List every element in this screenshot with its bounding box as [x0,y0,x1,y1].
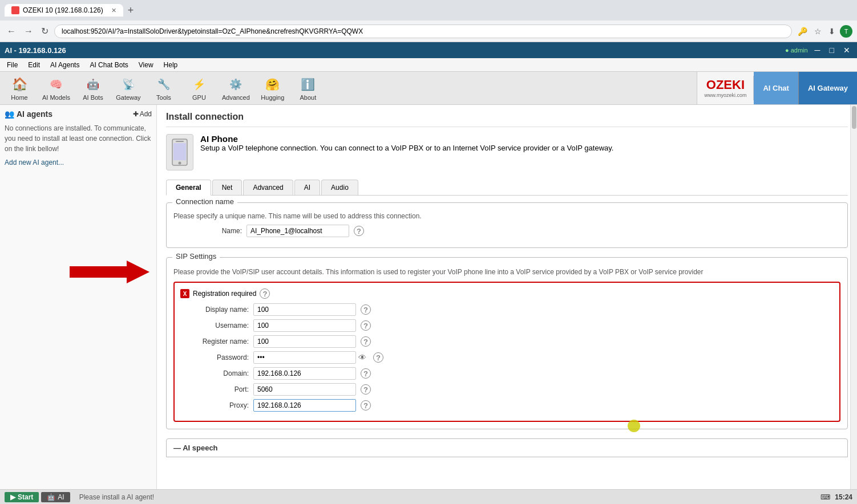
phone-details: AI Phone Setup a VoIP telephone connecti… [200,134,613,152]
toolbar-home-label: Home [11,94,27,101]
add-ai-agent-link[interactable]: Add new AI agent... [5,158,152,166]
toolbar-gateway-button[interactable]: 📡 Gateway [111,73,145,103]
ai-status-button[interactable]: 🤖 AI [41,492,70,502]
profile-button[interactable]: T [840,25,852,38]
name-help-icon[interactable]: ? [354,226,364,236]
register-name-label: Register name: [180,338,249,346]
scrollbar[interactable] [850,105,857,489]
status-bar: ▶ Start 🤖 AI Please install a AI agent! … [0,489,857,504]
domain-label: Domain: [180,369,249,377]
close-button[interactable]: ✕ [841,46,852,55]
toolbar-gateway-label: Gateway [116,94,140,101]
toolbar-ai-models-button[interactable]: 🧠 AI Models [38,73,75,103]
keyboard-icon: ⌨ [820,493,830,501]
port-help-icon[interactable]: ? [361,384,371,395]
display-name-row: Display name: ? [180,303,834,316]
password-input[interactable] [253,351,356,364]
name-input[interactable] [246,225,349,237]
ai-chat-button[interactable]: AI Chat [754,72,799,104]
toolbar-tools-button[interactable]: 🔧 Tools [147,73,181,103]
proxy-help-icon[interactable]: ? [361,400,371,410]
minimize-button[interactable]: ─ [812,46,823,55]
app-title: AI - 192.168.0.126 [5,46,66,55]
hugging-icon: 🤗 [264,75,282,94]
tab-audio[interactable]: Audio [321,180,358,195]
domain-input[interactable] [253,367,356,380]
toolbar-about-button[interactable]: ℹ️ About [291,73,325,103]
bookmark-button[interactable]: ☆ [812,25,824,38]
toolbar-advanced-button[interactable]: ⚙️ Advanced [217,73,254,103]
domain-help-icon[interactable]: ? [361,368,371,379]
eye-icon[interactable]: 👁 [358,353,366,362]
ai-speech-section: — AI speech [166,438,848,457]
username-help-icon[interactable]: ? [361,320,371,331]
tab-advanced[interactable]: Advanced [243,180,293,195]
port-input[interactable] [253,383,356,396]
registration-checkbox[interactable]: X [180,289,189,298]
ozeki-logo-area: OZEKI www.myozeki.com [697,76,754,100]
ai-icon: 🤖 [47,493,55,501]
password-help-icon[interactable]: ? [373,352,383,363]
menu-edit[interactable]: Edit [23,60,45,70]
maximize-button[interactable]: □ [827,46,836,55]
menu-file[interactable]: File [2,60,22,70]
toolbar-advanced-label: Advanced [222,94,250,101]
register-name-row: Register name: ? [180,335,834,348]
tab-ai[interactable]: AI [294,180,320,195]
toolbar-about-label: About [300,94,316,101]
register-name-input[interactable] [253,335,356,348]
extensions-button[interactable]: 🔑 [795,25,810,38]
download-button[interactable]: ⬇ [826,25,838,38]
name-row: Name: ? [173,225,840,237]
red-arrow-icon [70,258,149,286]
new-tab-button[interactable]: + [128,5,134,17]
phone-icon [166,134,193,170]
sip-box: X Registration required ? Display name: … [173,282,840,422]
registration-label: Registration required [193,290,256,298]
tab-close-icon[interactable]: ✕ [111,7,116,14]
tab-favicon [11,6,19,14]
status-text: Please install a AI agent! [79,493,154,501]
back-button[interactable]: ← [5,25,18,38]
username-label: Username: [180,322,249,330]
add-icon: ✚ [133,110,139,118]
sidebar-empty-text: No connections are installed. To communi… [5,123,152,154]
password-label: Password: [180,353,249,361]
proxy-input[interactable] [253,399,356,412]
toolbar-home-button[interactable]: 🏠 Home [2,73,37,103]
sip-settings-title: SIP Settings [172,252,220,261]
cursor-indicator [628,420,640,432]
display-name-help-icon[interactable]: ? [361,304,371,315]
menu-ai-agents[interactable]: AI Agents [46,60,84,70]
ai-gateway-button[interactable]: AI Gateway [799,72,857,104]
display-name-input[interactable] [253,303,356,316]
tab-net[interactable]: Net [212,180,242,195]
app-title-left: AI - 192.168.0.126 [5,46,66,55]
proxy-row: Proxy: ? [180,399,834,412]
start-button[interactable]: ▶ Start [5,492,39,502]
tab-general[interactable]: General [166,180,211,196]
register-name-help-icon[interactable]: ? [361,336,371,347]
address-bar[interactable] [54,25,792,38]
sidebar: 👥 AI agents ✚ Add No connections are ins… [0,105,157,489]
menu-help[interactable]: Help [159,60,183,70]
sidebar-add-button[interactable]: ✚ Add [133,110,152,118]
toolbar-ai-bots-button[interactable]: 🤖 AI Bots [76,73,110,103]
menu-ai-chat-bots[interactable]: AI Chat Bots [85,60,132,70]
username-input[interactable] [253,319,356,332]
content-area: Install connection AI Phone Setup a VoIP… [157,105,857,489]
reload-button[interactable]: ↻ [39,25,51,38]
start-icon: ▶ [10,493,15,501]
toolbar-ai-bots-label: AI Bots [83,94,103,101]
toolbar-hugging-button[interactable]: 🤗 Hugging [256,73,290,103]
sip-settings-desc: Please provide the VoIP/SIP user account… [173,267,840,277]
status-right: ⌨ 15:24 [820,493,852,501]
registration-help-icon[interactable]: ? [260,288,270,299]
main-layout: 👥 AI agents ✚ Add No connections are ins… [0,105,857,489]
connection-name-desc: Please specify a unique name. This name … [173,212,840,220]
toolbar-ai-models-label: AI Models [42,94,70,101]
forward-button[interactable]: → [22,25,35,38]
menu-view[interactable]: View [134,60,158,70]
toolbar-gpu-button[interactable]: ⚡ GPU [182,73,216,103]
port-row: Port: ? [180,383,834,396]
